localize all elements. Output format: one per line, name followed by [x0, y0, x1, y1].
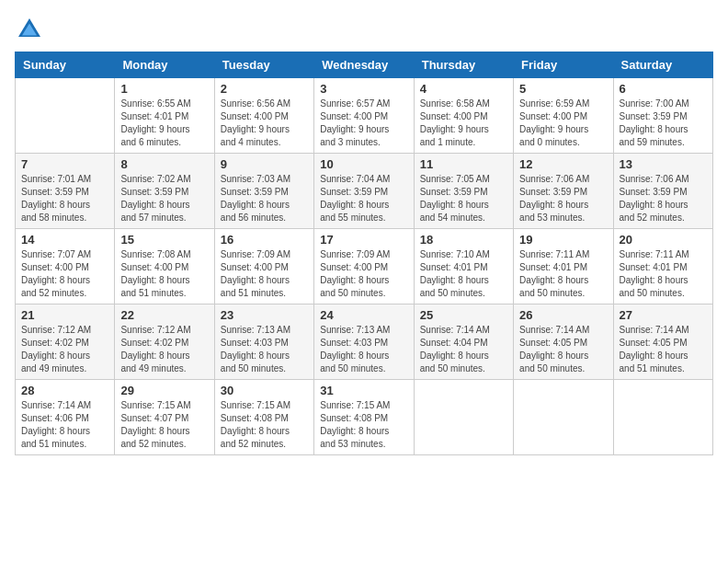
day-number: 19: [519, 233, 607, 247]
day-info: Sunrise: 7:15 AM Sunset: 4:08 PM Dayligh…: [221, 399, 308, 451]
calendar-cell: 7Sunrise: 7:01 AM Sunset: 3:59 PM Daylig…: [16, 154, 115, 229]
weekday-label: Monday: [115, 52, 214, 78]
calendar-cell: 14Sunrise: 7:07 AM Sunset: 4:00 PM Dayli…: [16, 229, 115, 304]
day-number: 6: [620, 82, 707, 96]
day-number: 11: [420, 157, 507, 171]
day-number: 12: [519, 157, 607, 171]
weekday-label: Thursday: [414, 52, 513, 78]
day-info: Sunrise: 6:55 AM Sunset: 4:01 PM Dayligh…: [120, 98, 208, 149]
day-number: 10: [320, 157, 407, 171]
day-number: 14: [21, 233, 108, 247]
calendar-cell: [613, 380, 712, 455]
calendar-cell: [514, 380, 613, 455]
weekday-label: Saturday: [613, 52, 712, 78]
weekday-label: Tuesday: [214, 52, 313, 78]
calendar-week-row: 1Sunrise: 6:55 AM Sunset: 4:01 PM Daylig…: [16, 78, 713, 154]
day-number: 8: [120, 157, 208, 171]
calendar-week-row: 14Sunrise: 7:07 AM Sunset: 4:00 PM Dayli…: [16, 229, 713, 304]
day-number: 29: [120, 384, 208, 397]
calendar-cell: 19Sunrise: 7:11 AM Sunset: 4:01 PM Dayli…: [514, 229, 613, 304]
calendar-cell: 24Sunrise: 7:13 AM Sunset: 4:03 PM Dayli…: [314, 304, 414, 380]
day-info: Sunrise: 7:14 AM Sunset: 4:05 PM Dayligh…: [620, 324, 707, 375]
day-number: 3: [320, 82, 407, 96]
day-info: Sunrise: 7:13 AM Sunset: 4:03 PM Dayligh…: [221, 324, 308, 375]
calendar-table: SundayMondayTuesdayWednesdayThursdayFrid…: [15, 52, 713, 455]
day-number: 26: [519, 308, 607, 322]
calendar-cell: 21Sunrise: 7:12 AM Sunset: 4:02 PM Dayli…: [16, 304, 115, 380]
day-info: Sunrise: 7:02 AM Sunset: 3:59 PM Dayligh…: [120, 173, 208, 224]
day-info: Sunrise: 7:00 AM Sunset: 3:59 PM Dayligh…: [620, 98, 707, 149]
calendar-cell: 10Sunrise: 7:04 AM Sunset: 3:59 PM Dayli…: [314, 154, 414, 229]
calendar-cell: 17Sunrise: 7:09 AM Sunset: 4:00 PM Dayli…: [314, 229, 414, 304]
day-info: Sunrise: 7:10 AM Sunset: 4:01 PM Dayligh…: [420, 248, 507, 300]
calendar-cell: 1Sunrise: 6:55 AM Sunset: 4:01 PM Daylig…: [115, 78, 214, 154]
page-header: [15, 15, 713, 44]
day-info: Sunrise: 7:09 AM Sunset: 4:00 PM Dayligh…: [320, 248, 407, 300]
day-info: Sunrise: 7:13 AM Sunset: 4:03 PM Dayligh…: [320, 324, 407, 375]
calendar-cell: 22Sunrise: 7:12 AM Sunset: 4:02 PM Dayli…: [115, 304, 214, 380]
calendar-cell: 6Sunrise: 7:00 AM Sunset: 3:59 PM Daylig…: [613, 78, 712, 154]
day-number: 27: [620, 308, 707, 322]
calendar-week-row: 21Sunrise: 7:12 AM Sunset: 4:02 PM Dayli…: [16, 304, 713, 380]
calendar-cell: 31Sunrise: 7:15 AM Sunset: 4:08 PM Dayli…: [314, 380, 414, 455]
day-info: Sunrise: 7:11 AM Sunset: 4:01 PM Dayligh…: [519, 248, 607, 300]
calendar-cell: 9Sunrise: 7:03 AM Sunset: 3:59 PM Daylig…: [214, 154, 313, 229]
day-info: Sunrise: 7:12 AM Sunset: 4:02 PM Dayligh…: [120, 324, 208, 375]
calendar-cell: 18Sunrise: 7:10 AM Sunset: 4:01 PM Dayli…: [414, 229, 513, 304]
day-number: 31: [320, 384, 407, 397]
calendar-cell: 30Sunrise: 7:15 AM Sunset: 4:08 PM Dayli…: [214, 380, 313, 455]
calendar-cell: 3Sunrise: 6:57 AM Sunset: 4:00 PM Daylig…: [314, 78, 414, 154]
calendar-cell: 29Sunrise: 7:15 AM Sunset: 4:07 PM Dayli…: [115, 380, 214, 455]
day-number: 9: [221, 157, 308, 171]
calendar-cell: 27Sunrise: 7:14 AM Sunset: 4:05 PM Dayli…: [613, 304, 712, 380]
calendar-cell: 5Sunrise: 6:59 AM Sunset: 4:00 PM Daylig…: [514, 78, 613, 154]
calendar-week-row: 7Sunrise: 7:01 AM Sunset: 3:59 PM Daylig…: [16, 154, 713, 229]
calendar-cell: 26Sunrise: 7:14 AM Sunset: 4:05 PM Dayli…: [514, 304, 613, 380]
day-number: 15: [120, 233, 208, 247]
day-number: 4: [420, 82, 507, 96]
calendar-cell: 15Sunrise: 7:08 AM Sunset: 4:00 PM Dayli…: [115, 229, 214, 304]
day-number: 17: [320, 233, 407, 247]
day-number: 5: [519, 82, 607, 96]
day-number: 1: [120, 82, 208, 96]
calendar-cell: 23Sunrise: 7:13 AM Sunset: 4:03 PM Dayli…: [214, 304, 313, 380]
day-number: 18: [420, 233, 507, 247]
calendar-cell: 13Sunrise: 7:06 AM Sunset: 3:59 PM Dayli…: [613, 154, 712, 229]
day-number: 13: [620, 157, 707, 171]
day-info: Sunrise: 7:14 AM Sunset: 4:06 PM Dayligh…: [21, 399, 108, 451]
day-number: 22: [120, 308, 208, 322]
day-info: Sunrise: 6:56 AM Sunset: 4:00 PM Dayligh…: [221, 98, 308, 149]
weekday-header-row: SundayMondayTuesdayWednesdayThursdayFrid…: [16, 52, 713, 78]
calendar-cell: 4Sunrise: 6:58 AM Sunset: 4:00 PM Daylig…: [414, 78, 513, 154]
day-info: Sunrise: 7:11 AM Sunset: 4:01 PM Dayligh…: [620, 248, 707, 300]
weekday-label: Friday: [514, 52, 613, 78]
day-info: Sunrise: 7:09 AM Sunset: 4:00 PM Dayligh…: [221, 248, 308, 300]
day-info: Sunrise: 7:03 AM Sunset: 3:59 PM Dayligh…: [221, 173, 308, 224]
day-number: 20: [620, 233, 707, 247]
day-number: 2: [221, 82, 308, 96]
day-info: Sunrise: 7:01 AM Sunset: 3:59 PM Dayligh…: [21, 173, 108, 224]
calendar-cell: [16, 78, 115, 154]
day-info: Sunrise: 6:57 AM Sunset: 4:00 PM Dayligh…: [320, 98, 407, 149]
calendar-cell: 16Sunrise: 7:09 AM Sunset: 4:00 PM Dayli…: [214, 229, 313, 304]
day-info: Sunrise: 7:12 AM Sunset: 4:02 PM Dayligh…: [21, 324, 108, 375]
calendar-body: 1Sunrise: 6:55 AM Sunset: 4:01 PM Daylig…: [16, 78, 713, 455]
day-info: Sunrise: 7:14 AM Sunset: 4:05 PM Dayligh…: [519, 324, 607, 375]
day-info: Sunrise: 7:14 AM Sunset: 4:04 PM Dayligh…: [420, 324, 507, 375]
calendar-cell: 8Sunrise: 7:02 AM Sunset: 3:59 PM Daylig…: [115, 154, 214, 229]
day-number: 25: [420, 308, 507, 322]
day-info: Sunrise: 7:05 AM Sunset: 3:59 PM Dayligh…: [420, 173, 507, 224]
logo: [15, 15, 48, 44]
calendar-cell: 12Sunrise: 7:06 AM Sunset: 3:59 PM Dayli…: [514, 154, 613, 229]
day-number: 7: [21, 157, 108, 171]
day-info: Sunrise: 7:07 AM Sunset: 4:00 PM Dayligh…: [21, 248, 108, 300]
day-info: Sunrise: 7:15 AM Sunset: 4:08 PM Dayligh…: [320, 399, 407, 451]
day-info: Sunrise: 7:06 AM Sunset: 3:59 PM Dayligh…: [519, 173, 607, 224]
day-info: Sunrise: 7:08 AM Sunset: 4:00 PM Dayligh…: [120, 248, 208, 300]
calendar-cell: 28Sunrise: 7:14 AM Sunset: 4:06 PM Dayli…: [16, 380, 115, 455]
calendar-cell: [414, 380, 513, 455]
weekday-label: Sunday: [16, 52, 115, 78]
day-info: Sunrise: 6:59 AM Sunset: 4:00 PM Dayligh…: [519, 98, 607, 149]
day-number: 23: [221, 308, 308, 322]
day-info: Sunrise: 7:15 AM Sunset: 4:07 PM Dayligh…: [120, 399, 208, 451]
